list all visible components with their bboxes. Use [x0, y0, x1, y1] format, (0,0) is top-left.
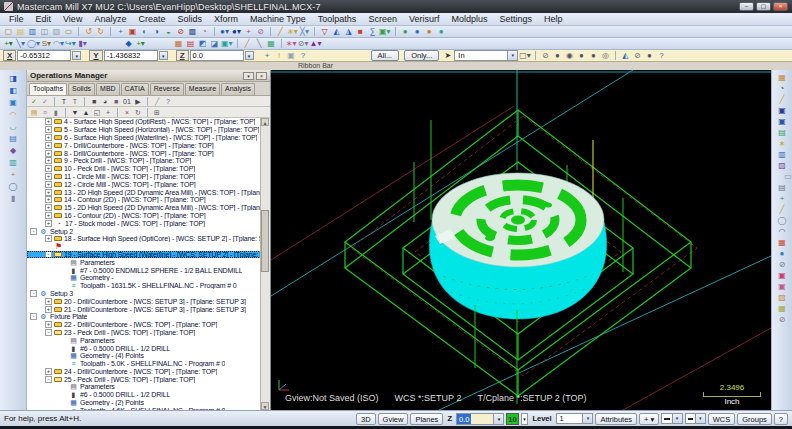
toolbar-icon[interactable]: ▣	[7, 98, 19, 107]
toolbar-icon[interactable]: ⊘	[776, 315, 788, 324]
toolbar-icon[interactable]: ◉	[564, 51, 575, 61]
tree-expand-toggle-icon[interactable]: +	[45, 189, 52, 196]
tree-row[interactable]: + 18 - Surface High Speed (OptiCore) - […	[27, 235, 261, 243]
tree-row[interactable]: + ◔ 17 - Stock model - [WCS: TOP] - [Tpl…	[27, 219, 261, 227]
toolbar-icon[interactable]: ▢▾	[519, 51, 531, 61]
toolbar-icon[interactable]: ▤	[776, 128, 788, 137]
tree-row[interactable]: + 16 - Contour (2D) - [WCS: TOP] - [Tpla…	[27, 212, 261, 220]
toolbar-icon[interactable]: ▤	[15, 27, 26, 37]
toolbar-icon[interactable]: T	[70, 97, 80, 106]
toolbar-icon[interactable]: ▣	[776, 106, 788, 115]
toolbar-icon[interactable]: ▨	[51, 27, 62, 37]
toolbar-icon[interactable]: ⊘	[255, 27, 266, 37]
toolbar-icon[interactable]: ●	[424, 27, 435, 37]
tree-row[interactable]: ▦ Geometry - (2) Points	[27, 399, 261, 407]
toolbar-icon[interactable]: ↪▾	[65, 39, 76, 49]
toolbar-icon[interactable]: ▨	[776, 161, 788, 170]
tree-expand-toggle-icon[interactable]: +	[45, 134, 52, 141]
tree-row[interactable]: - 23 - Peck Drill - [WCS: TOP] - [Tplane…	[27, 329, 261, 337]
toolbar-icon[interactable]: ◪	[209, 39, 220, 49]
tree-row[interactable]: ⚑	[27, 243, 261, 251]
line-style-combo[interactable]: ▾	[661, 413, 682, 424]
select-all-button[interactable]: All...	[371, 50, 400, 61]
toolbar-icon[interactable]: ▭	[782, 172, 792, 181]
toolbar-icon[interactable]: ?	[656, 51, 667, 61]
toolbar-icon[interactable]: ◠	[776, 227, 788, 236]
operations-manager-tab[interactable]: Toolpaths	[29, 83, 67, 95]
toolbar-icon[interactable]: ▦	[776, 238, 788, 247]
line-width-combo[interactable]: ▾	[685, 413, 706, 424]
point-style-button[interactable]: + ▾	[639, 413, 659, 425]
toolbar-icon[interactable]: ●	[588, 51, 599, 61]
menu-item[interactable]: Help	[538, 13, 569, 25]
toolbar-icon[interactable]: T	[59, 97, 69, 106]
tree-expand-toggle-icon[interactable]: -	[45, 376, 52, 383]
toolbar-icon[interactable]: ▤	[776, 183, 788, 192]
tree-row[interactable]: - ⚙ Setup 3	[27, 290, 261, 298]
tree-expand-toggle-icon[interactable]: +	[45, 165, 52, 172]
toolbar-icon[interactable]: ●	[412, 27, 423, 37]
level-dropdown-icon[interactable]: ▾	[582, 414, 592, 423]
toolbar-icon[interactable]: ■	[89, 97, 99, 106]
x-dropdown-icon[interactable]: ▾	[72, 51, 81, 60]
tree-row[interactable]: ≡ Toolpath - 5.0K - SHELLFINAL.NC - Prog…	[27, 360, 261, 368]
toolbar-icon[interactable]: ◎	[600, 51, 611, 61]
operations-manager-tab[interactable]: Analysis	[221, 83, 255, 95]
minimize-button[interactable]: –	[739, 2, 754, 11]
x-input[interactable]: -0.65312	[17, 50, 71, 61]
toolbar-icon[interactable]: ▮▾	[77, 39, 88, 49]
color-dropdown-icon[interactable]: ▾	[521, 413, 529, 425]
tree-expand-toggle-icon[interactable]: +	[45, 368, 52, 375]
tree-expand-toggle-icon[interactable]: +	[45, 204, 52, 211]
toolbar-icon[interactable]: ◱	[92, 108, 102, 117]
close-button[interactable]: ×	[773, 2, 788, 11]
tree-expand-toggle-icon[interactable]: +	[45, 220, 52, 227]
z-depth-field[interactable]: 0.0 ▾	[456, 413, 504, 425]
maximize-button[interactable]: ▢	[756, 2, 771, 11]
toolbar-icon[interactable]: ▮	[7, 194, 19, 203]
toolbar-icon[interactable]: ▼	[70, 108, 80, 117]
menu-item[interactable]: Xform	[208, 13, 244, 25]
tree-row[interactable]: ▤ Parameters	[27, 258, 261, 266]
toolbar-icon[interactable]: ⊘▾	[298, 39, 309, 49]
toolbar-icon[interactable]: ✓	[40, 97, 50, 106]
toolbar-icon[interactable]: ◨	[7, 74, 19, 83]
toolbar-icon[interactable]: ◆	[123, 39, 134, 49]
tree-row[interactable]: ▮ #6 - 0.5000 DRILL - 1/2 DRILL	[27, 344, 261, 352]
menu-item[interactable]: Machine Type	[244, 13, 312, 25]
tree-expand-toggle-icon[interactable]: +	[45, 157, 52, 164]
menu-item[interactable]: Edit	[30, 13, 58, 25]
z-input[interactable]: 0.0	[190, 50, 244, 61]
toolbar-icon[interactable]: ▤	[7, 134, 19, 143]
operations-manager-tab[interactable]: Reverse	[150, 83, 184, 95]
toolbar-icon[interactable]: ▤	[29, 108, 39, 117]
tree-row[interactable]: + 20 - Drill/Counterbore - [WCS: SETUP 3…	[27, 297, 261, 305]
toolbar-icon[interactable]: ⊘	[632, 51, 643, 61]
panel-collapse-button[interactable]: ▾	[243, 72, 254, 80]
tree-row[interactable]: + 15 - 2D High Speed (2D Dynamic Area Mi…	[27, 204, 261, 212]
color-swatch[interactable]: 10	[506, 413, 518, 425]
tree-expand-toggle-icon[interactable]: +	[45, 196, 52, 203]
tree-expand-toggle-icon[interactable]: +	[45, 118, 52, 125]
toolbar-icon[interactable]: ●▾	[219, 27, 230, 37]
toolbar-icon[interactable]: ●	[436, 27, 447, 37]
tree-row[interactable]: ▮ #7 - 0.5000 ENDMILL2 SPHERE - 1/2 BALL…	[27, 266, 261, 274]
tree-row[interactable]: - ⚙ Setup 2	[27, 227, 261, 235]
3d-mode-button[interactable]: 3D	[356, 413, 376, 425]
toolbar-icon[interactable]: 01	[122, 97, 132, 106]
toolbar-icon[interactable]: +	[776, 194, 788, 203]
toolbar-icon[interactable]: ◭	[620, 51, 631, 61]
tree-expand-toggle-icon[interactable]: +	[45, 150, 52, 157]
toolbar-icon[interactable]: +	[243, 27, 254, 37]
scrollbar-thumb[interactable]	[261, 210, 269, 272]
toolbar-icon[interactable]: ▶	[133, 97, 143, 106]
viewport-3d-scene[interactable]	[271, 70, 771, 410]
tree-expand-toggle-icon[interactable]: +	[45, 235, 52, 242]
toolbar-icon[interactable]: ▥	[7, 158, 19, 167]
toolbar-icon[interactable]: ▦	[266, 39, 277, 49]
toolbar-icon[interactable]: ∑	[367, 27, 378, 37]
toolbar-icon[interactable]: ▤	[185, 39, 196, 49]
toolbar-icon[interactable]: ▣	[776, 271, 788, 280]
toolbar-icon[interactable]: ●▾	[231, 27, 242, 37]
toolbar-icon[interactable]: ╱	[242, 39, 253, 49]
